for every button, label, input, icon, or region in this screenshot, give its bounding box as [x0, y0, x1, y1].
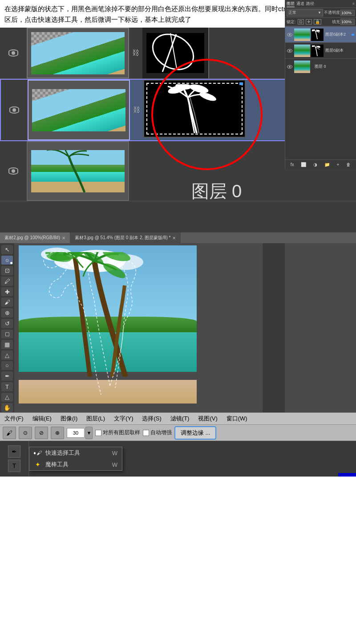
- brush-tool[interactable]: 🖌: [1, 298, 13, 307]
- fill-input[interactable]: [340, 19, 355, 25]
- fill-row: 填充: [332, 19, 355, 25]
- tool-icon-type[interactable]: T: [8, 460, 20, 472]
- ps-eye-3[interactable]: [287, 65, 293, 69]
- blend-opacity-row: 正常 ▼ 不透明度: [285, 8, 356, 18]
- move-tool[interactable]: ↖: [1, 245, 13, 254]
- brush-size-input[interactable]: 30: [67, 428, 85, 438]
- delete-layer-btn[interactable]: 🗑: [346, 162, 351, 167]
- sample-all-layers-checkbox[interactable]: [95, 430, 101, 436]
- panel-tab-paths[interactable]: 路径: [306, 1, 314, 7]
- tab-2-close[interactable]: ✕: [172, 236, 176, 240]
- mini-palm-svg-1: [312, 29, 323, 40]
- quick-select-tool[interactable]: ⊙: [1, 256, 13, 265]
- tab-1-label: 素材2.jpg @ 100%(RGB/8#): [4, 235, 60, 241]
- menu-text[interactable]: 文字(Y): [111, 414, 136, 424]
- eraser-tool[interactable]: ◻: [1, 330, 13, 339]
- quick-select-icon: 🖌: [34, 449, 42, 457]
- blue-indicator: [239, 82, 243, 85]
- panel-tab-channels[interactable]: 通道: [296, 1, 304, 7]
- heal-tool[interactable]: ✚: [1, 287, 13, 297]
- menu-select[interactable]: 选择(S): [139, 414, 164, 424]
- toolbar-tool-btn-2[interactable]: ⊘: [35, 427, 48, 439]
- ps-eye-icon-2: [287, 49, 292, 53]
- tab-1[interactable]: 素材2.jpg @ 100%(RGB/8#) ✕: [0, 232, 70, 243]
- fx-btn[interactable]: fx: [291, 162, 294, 167]
- panel-header-tabs: 图层 通道 路径 ≡: [285, 0, 356, 8]
- eye-icon-1: [8, 49, 18, 57]
- mini-palm-svg-2: [312, 45, 323, 56]
- left-tools-panel: ↖ ⊙ ⊡ 🖊 ✚ 🖌 ⊕ ↺ ◻ ▦ △ ○ ✒ T △ ✋: [0, 243, 14, 412]
- hand-tool[interactable]: ✋: [1, 403, 13, 412]
- new-layer-btn[interactable]: +: [337, 162, 340, 167]
- adj-layer-btn[interactable]: ◑: [313, 162, 317, 167]
- toolbar-tool-btn-3[interactable]: ⊕: [51, 427, 64, 439]
- layer-mask-2: [143, 80, 246, 138]
- blur-tool[interactable]: △: [1, 351, 13, 360]
- flyout-magic-wand[interactable]: ✦ 魔棒工具 W: [29, 459, 122, 470]
- panel-tab-layers[interactable]: 图层: [287, 1, 295, 7]
- ps-eye-icon-3: [287, 65, 292, 69]
- bottom-left-tools: ✒ T: [0, 441, 29, 477]
- history-brush[interactable]: ↺: [1, 319, 13, 328]
- crop-tool[interactable]: ⊡: [1, 266, 13, 275]
- toolbar-tool-btn-1[interactable]: ⊙: [19, 427, 32, 439]
- tool-icon-pen[interactable]: ✒: [8, 445, 20, 458]
- ps-layer-row-3[interactable]: 图层 0: [285, 58, 356, 74]
- blend-mode-select[interactable]: 正常 ▼: [287, 9, 323, 16]
- dodge-tool[interactable]: ○: [1, 361, 13, 371]
- lock-btn-2[interactable]: ✛: [306, 19, 312, 24]
- opacity-input[interactable]: [340, 10, 355, 16]
- clone-tool[interactable]: ⊕: [1, 308, 13, 318]
- eye-icon-3: [8, 167, 18, 175]
- auto-enhance-checkbox[interactable]: [143, 430, 149, 436]
- ps-layer-label-2: 图层0副本: [324, 48, 354, 53]
- pen-tool[interactable]: ✒: [1, 371, 13, 381]
- lock-btn-3[interactable]: 🔒: [314, 19, 321, 24]
- layer-thumb-beach-3: [31, 150, 125, 192]
- selection-overlay: [21, 248, 190, 399]
- layer-eye-3[interactable]: [0, 141, 27, 201]
- layer-thumb-3: [27, 141, 129, 201]
- menu-window[interactable]: 窗口(W): [224, 414, 250, 424]
- link-icon-1: ⛓: [129, 28, 142, 78]
- menu-file[interactable]: 文件(F): [2, 414, 26, 424]
- adjust-edge-button[interactable]: 调整边缘 ...: [174, 426, 216, 440]
- eyedropper-tool[interactable]: 🖊: [1, 277, 13, 286]
- ps-eye-1[interactable]: [287, 33, 293, 37]
- ps-layer-label-3: 图层 0: [311, 64, 354, 69]
- ps-eye-2[interactable]: [287, 49, 293, 53]
- ps-layer-row-1[interactable]: 图层0副本2: [285, 26, 356, 42]
- type-tool[interactable]: T: [1, 382, 13, 391]
- mask-add-btn[interactable]: ⬜: [301, 162, 306, 167]
- lock-btn-1[interactable]: ⊡: [298, 19, 304, 24]
- dark-separator: [263, 243, 285, 412]
- ps-layer-label-1: 图层0副本2: [324, 32, 354, 37]
- layer-thumb-1: [27, 28, 129, 78]
- group-btn[interactable]: 📁: [324, 162, 330, 167]
- link-icon-2: ⛓: [130, 80, 143, 140]
- path-tool[interactable]: △: [1, 393, 13, 402]
- tab-2[interactable]: 素材3.jpg @ 51.4% (图层 0 副本 2, 图层蒙版/8) * ✕: [70, 232, 181, 243]
- eye-icon-2: [9, 106, 19, 114]
- brush-size-dropdown[interactable]: ▼: [85, 427, 93, 439]
- tab-2-label: 素材3.jpg @ 51.4% (图层 0 副本 2, 图层蒙版/8) *: [75, 235, 170, 241]
- ps-eye-icon-1: [287, 33, 292, 37]
- layer-eye-1[interactable]: [0, 28, 27, 78]
- menu-view[interactable]: 视图(V): [195, 414, 220, 424]
- layer-eye-2[interactable]: [1, 80, 28, 140]
- ps-layer-row-2[interactable]: 图层0副本: [285, 42, 356, 58]
- ps-workspace: ↖ ⊙ ⊡ 🖊 ✚ 🖌 ⊕ ↺ ◻ ▦ △ ○ ✒ T △ ✋: [0, 243, 356, 412]
- menu-filter[interactable]: 滤镜(T): [168, 414, 192, 424]
- lock-row: 锁定: ⊡ ✛ 🔒 填充: [285, 18, 356, 26]
- layer-thumb-beach-1: [31, 32, 125, 74]
- gradient-tool[interactable]: ▦: [1, 340, 13, 349]
- menu-layer[interactable]: 图层(L): [84, 414, 108, 424]
- blue-status-bar: [338, 473, 356, 477]
- layer-name-display: 图层 0: [191, 179, 242, 204]
- toolbar-paint-brush[interactable]: 🖌: [3, 427, 16, 439]
- menu-edit[interactable]: 编辑(E): [30, 414, 54, 424]
- tab-1-close[interactable]: ✕: [62, 236, 65, 240]
- menu-image[interactable]: 图像(I): [58, 414, 80, 424]
- flyout-quick-select[interactable]: 🖌 快速选择工具 W: [29, 447, 122, 459]
- canvas-area: [14, 243, 356, 412]
